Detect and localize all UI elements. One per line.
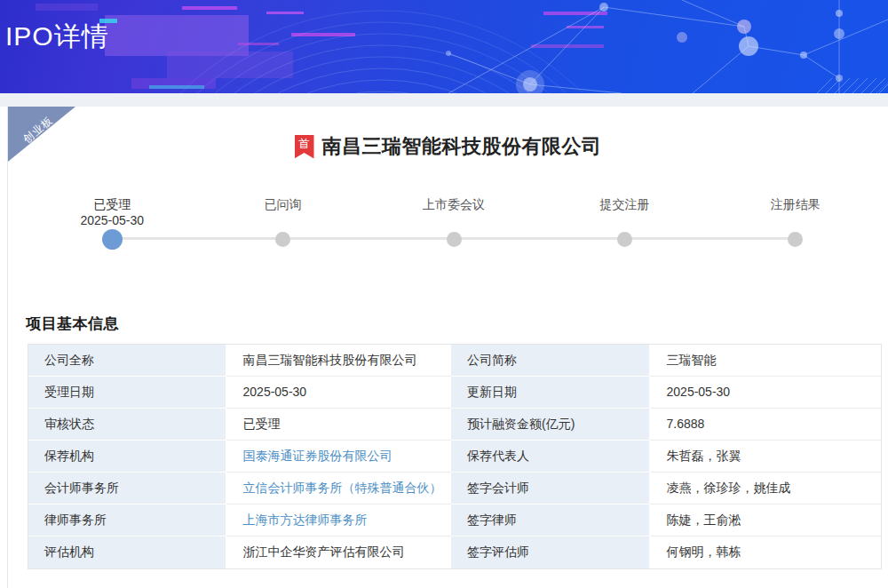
first-issue-badge: 首 bbox=[295, 135, 314, 159]
info-value: 何钢明，韩栋 bbox=[667, 544, 741, 559]
info-label: 签字律师 bbox=[451, 505, 650, 536]
info-value: 2025-05-30 bbox=[667, 385, 731, 399]
stepper-steps: 已受理2025-05-30已问询上市委会议提交注册注册结果 bbox=[27, 196, 881, 250]
info-value-cell: 7.6888 bbox=[650, 409, 881, 441]
info-value-link[interactable]: 国泰海通证券股份有限公司 bbox=[243, 449, 392, 463]
info-label: 公司全称 bbox=[28, 345, 226, 377]
step-dot-row bbox=[275, 228, 290, 250]
info-value-cell: 南昌三瑞智能科技股份有限公司 bbox=[226, 345, 451, 377]
info-value-link[interactable]: 立信会计师事务所（特殊普通合伙） bbox=[243, 481, 442, 495]
banner-separator-strip bbox=[0, 93, 888, 107]
info-value: 南昌三瑞智能科技股份有限公司 bbox=[243, 353, 417, 367]
info-value-cell: 三瑞智能 bbox=[650, 345, 881, 377]
deco-hatch bbox=[817, 78, 888, 93]
content-card: 创业板 首 南昌三瑞智能科技股份有限公司 已受理2025-05-30已问询上市委… bbox=[7, 107, 888, 588]
info-label: 律师事务所 bbox=[28, 505, 226, 536]
info-label: 保荐代表人 bbox=[451, 441, 650, 473]
step-dot bbox=[447, 232, 462, 247]
section-title: 项目基本信息 bbox=[26, 314, 888, 334]
deco-purple-band bbox=[105, 15, 249, 56]
step-dot bbox=[788, 232, 803, 247]
deco-purple-band bbox=[36, 4, 98, 11]
info-label: 会计师事务所 bbox=[28, 473, 226, 505]
info-value-cell: 何钢明，韩栋 bbox=[650, 536, 881, 568]
info-label: 评估机构 bbox=[28, 536, 226, 568]
info-value-cell: 朱哲磊，张翼 bbox=[650, 441, 881, 473]
step-label: 已问询 bbox=[265, 196, 302, 212]
info-label: 审核状态 bbox=[28, 409, 226, 441]
step-date: 2025-05-30 bbox=[80, 212, 144, 228]
info-label: 更新日期 bbox=[451, 377, 650, 409]
info-value: 2025-05-30 bbox=[243, 385, 307, 399]
info-label: 预计融资金额(亿元) bbox=[451, 409, 650, 441]
step-dot-active bbox=[102, 229, 123, 250]
step-dot-row bbox=[788, 228, 803, 250]
stepper-step-3: 提交注册 bbox=[539, 196, 710, 250]
step-dot bbox=[275, 232, 290, 247]
info-value: 陈婕，王俞淞 bbox=[667, 513, 741, 527]
info-value-cell: 立信会计师事务所（特殊普通合伙） bbox=[226, 473, 451, 505]
stepper-step-0: 已受理2025-05-30 bbox=[27, 196, 197, 250]
step-dot-row bbox=[102, 228, 123, 250]
step-label: 注册结果 bbox=[771, 196, 821, 212]
stepper-step-1: 已问询 bbox=[197, 196, 368, 250]
info-value-cell: 上海市方达律师事务所 bbox=[226, 505, 451, 536]
info-value-cell: 凌燕，徐珍珍，姚佳成 bbox=[650, 473, 881, 505]
info-label: 签字评估师 bbox=[451, 536, 650, 568]
info-value: 朱哲磊，张翼 bbox=[667, 449, 741, 463]
banner-decoration-graphic bbox=[0, 0, 888, 93]
page-title: IPO详情 bbox=[5, 19, 109, 55]
info-value-cell: 陈婕，王俞淞 bbox=[650, 505, 881, 536]
project-info-table: 公司全称南昌三瑞智能科技股份有限公司公司简称三瑞智能受理日期2025-05-30… bbox=[28, 344, 882, 569]
info-value: 凌燕，徐珍珍，姚佳成 bbox=[667, 481, 791, 495]
info-label: 签字会计师 bbox=[451, 473, 650, 505]
step-label: 提交注册 bbox=[599, 196, 649, 212]
ipo-status-stepper: 已受理2025-05-30已问询上市委会议提交注册注册结果 bbox=[27, 196, 881, 250]
info-value-link[interactable]: 上海市方达律师事务所 bbox=[243, 513, 368, 527]
info-label: 保荐机构 bbox=[28, 441, 226, 473]
info-value-cell: 2025-05-30 bbox=[226, 377, 451, 409]
deco-purple-band bbox=[167, 52, 293, 78]
page-banner: IPO详情 bbox=[0, 0, 888, 93]
info-value-cell: 浙江中企华资产评估有限公司 bbox=[226, 536, 451, 568]
company-header: 首 南昌三瑞智能科技股份有限公司 bbox=[8, 107, 888, 161]
step-label: 上市委会议 bbox=[423, 196, 485, 212]
info-value: 三瑞智能 bbox=[667, 353, 717, 367]
info-label: 受理日期 bbox=[28, 377, 226, 409]
info-label: 公司简称 bbox=[451, 345, 650, 377]
stepper-step-2: 上市委会议 bbox=[369, 196, 539, 250]
stepper-step-4: 注册结果 bbox=[710, 196, 881, 250]
deco-network-nodes bbox=[446, 3, 844, 93]
step-label: 已受理 bbox=[93, 196, 131, 212]
step-dot-row bbox=[447, 228, 462, 250]
info-value: 7.6888 bbox=[667, 417, 705, 431]
company-name: 南昌三瑞智能科技股份有限公司 bbox=[322, 133, 602, 160]
info-value: 浙江中企华资产评估有限公司 bbox=[243, 544, 405, 559]
deco-network-lines bbox=[448, 0, 888, 93]
info-value-cell: 已受理 bbox=[226, 409, 451, 441]
info-value-cell: 国泰海通证券股份有限公司 bbox=[226, 441, 451, 473]
step-dot bbox=[617, 232, 632, 247]
info-value-cell: 2025-05-30 bbox=[650, 377, 881, 409]
info-value: 已受理 bbox=[243, 417, 281, 431]
step-dot-row bbox=[617, 228, 632, 250]
